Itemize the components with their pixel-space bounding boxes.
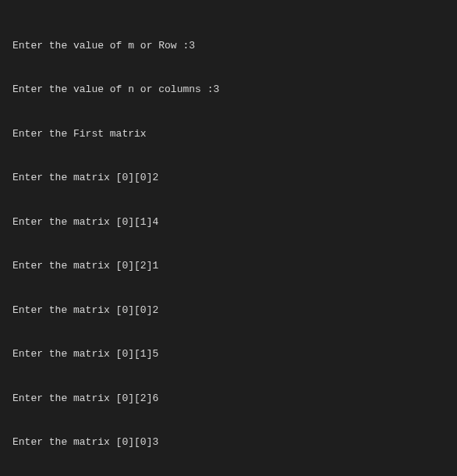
- terminal-line: Enter the matrix [0][0]2: [12, 304, 445, 318]
- terminal-line: Enter the First matrix: [12, 127, 445, 142]
- terminal-line: Enter the value of n or columns :3: [12, 83, 445, 98]
- terminal-line: Enter the matrix [0][0]3: [12, 435, 445, 450]
- terminal-line: Enter the matrix [0][1]5: [12, 347, 445, 362]
- terminal-output: Enter the value of m or Row :3 Enter the…: [12, 9, 445, 476]
- terminal-line: Enter the matrix [0][1]4: [12, 215, 445, 230]
- terminal-line: Enter the matrix [0][0]2: [12, 171, 445, 186]
- terminal-line: Enter the value of m or Row :3: [12, 39, 445, 54]
- terminal-line: Enter the matrix [0][2]1: [12, 259, 445, 274]
- terminal-line: Enter the matrix [0][2]6: [12, 392, 445, 407]
